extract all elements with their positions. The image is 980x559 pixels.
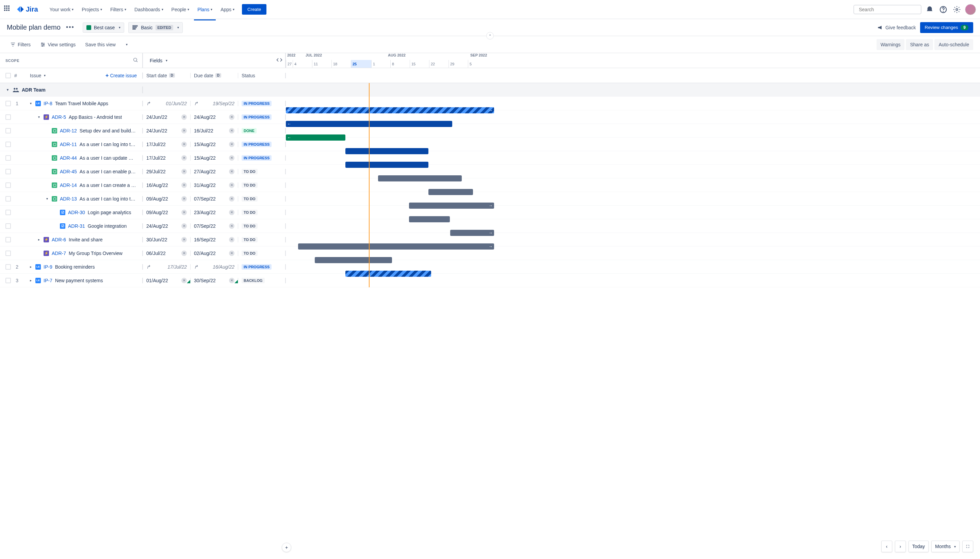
start-date-cell[interactable]: 24/Jun/22✕ (143, 114, 191, 120)
start-date-cell[interactable]: 06/Jul/22✕ (143, 251, 191, 256)
clear-icon[interactable]: ✕ (181, 251, 187, 256)
due-date-cell[interactable]: ↱16/Aug/22 (191, 264, 238, 270)
due-date-cell[interactable]: 15/Aug/22✕ (191, 142, 238, 147)
issue-key[interactable]: IP-9 (44, 264, 53, 270)
view-settings-button[interactable]: View settings (37, 40, 79, 50)
due-date-cell[interactable]: 15/Aug/22✕ (191, 155, 238, 161)
due-date-cell[interactable]: 07/Sep/22✕ (191, 196, 238, 202)
expand-icon[interactable]: ▾ (37, 115, 41, 119)
start-date-cell[interactable]: 24/Jun/22✕ (143, 128, 191, 134)
due-date-cell[interactable]: ↱19/Sep/22 (191, 101, 238, 106)
save-view-button[interactable]: Save this view (82, 40, 119, 50)
timeline-bar[interactable]: → (409, 203, 494, 209)
issue-row[interactable]: 1▾LEIP-8Team Travel Mobile Apps ↱01/Jun/… (0, 97, 980, 110)
issue-key[interactable]: ADR-30 (68, 210, 85, 215)
timeline-bar[interactable]: ← (286, 134, 345, 141)
expand-icon[interactable]: ▾ (5, 88, 10, 92)
start-date-cell[interactable]: ↱17/Jul/22 (143, 264, 191, 270)
filters-button[interactable]: Filters (7, 40, 34, 50)
start-date-cell[interactable]: 17/Jul/22✕ (143, 142, 191, 147)
issue-key[interactable]: ADR-5 (52, 114, 66, 120)
scope-search-icon[interactable] (133, 57, 138, 64)
due-date-cell[interactable]: 23/Aug/22✕ (191, 210, 238, 215)
expand-icon[interactable]: ▾ (45, 197, 49, 200)
due-date-cell[interactable]: 24/Aug/22✕ (191, 114, 238, 120)
expand-icon[interactable]: ▾ (28, 101, 33, 105)
start-date-cell[interactable]: 09/Aug/22✕ (143, 210, 191, 215)
row-checkbox[interactable] (5, 101, 11, 106)
clear-icon[interactable]: ✕ (181, 196, 187, 202)
help-icon[interactable] (938, 4, 949, 15)
start-date-cell[interactable]: 30/Jun/22✕ (143, 237, 191, 242)
start-date-cell[interactable]: 17/Jul/22✕ (143, 155, 191, 161)
auto-schedule-button[interactable]: Auto-schedule (934, 39, 973, 50)
settings-icon[interactable] (952, 4, 962, 15)
clear-icon[interactable]: ✕ (181, 237, 187, 242)
issue-row[interactable]: ▢ADR-45As a user I can enable push ... 2… (0, 165, 980, 179)
clear-icon[interactable]: ✕ (229, 237, 234, 242)
clear-icon[interactable]: ✕ (229, 128, 234, 134)
expand-icon[interactable]: ▸ (37, 238, 41, 241)
status-cell[interactable]: TO DO (238, 237, 285, 242)
row-checkbox[interactable] (5, 155, 11, 161)
collapse-columns-icon[interactable] (276, 58, 282, 63)
row-checkbox[interactable] (5, 128, 11, 134)
issue-key[interactable]: ADR-7 (52, 251, 66, 256)
issue-key[interactable]: ADR-31 (68, 223, 85, 229)
row-checkbox[interactable] (5, 251, 11, 256)
issue-row[interactable]: ▢ADR-11As a user I can log into the s...… (0, 137, 980, 151)
search-input[interactable] (859, 7, 918, 12)
give-feedback-link[interactable]: Give feedback (877, 25, 916, 31)
app-switcher-icon[interactable] (4, 5, 12, 13)
nav-item-filters[interactable]: Filters▾ (107, 4, 130, 15)
hierarchy-selector[interactable]: Basic EDITED ▾ (128, 22, 183, 33)
collapse-header-handle[interactable]: ⌃ (486, 32, 494, 40)
clear-icon[interactable]: ✕ (229, 223, 234, 229)
due-date-cell[interactable]: 07/Sep/22✕ (191, 223, 238, 229)
status-header[interactable]: Status (238, 73, 285, 78)
status-cell[interactable]: TO DO (238, 169, 285, 174)
status-cell[interactable]: TO DO (238, 210, 285, 215)
row-checkbox[interactable] (5, 196, 11, 202)
timeline-bar[interactable]: → (298, 243, 494, 250)
due-date-cell[interactable]: 16/Sep/22✕ (191, 237, 238, 242)
issue-row[interactable]: ▢ADR-44As a user I can update my lo... 1… (0, 151, 980, 165)
clear-icon[interactable]: ✕ (229, 114, 234, 120)
timeline-bar[interactable] (428, 189, 473, 195)
clear-icon[interactable]: ✕ (229, 278, 234, 283)
timeline-bar[interactable] (345, 271, 431, 277)
clear-icon[interactable]: ✕ (229, 142, 234, 147)
share-as-button[interactable]: Share as (906, 39, 933, 50)
expand-icon[interactable]: ▸ (28, 265, 33, 269)
issue-row[interactable]: ▢ADR-14As a user I can create a cust... … (0, 179, 980, 192)
nav-item-people[interactable]: People▾ (168, 4, 193, 15)
create-issue-button[interactable]: + Create issue (106, 73, 137, 79)
due-date-cell[interactable]: 31/Aug/22✕ (191, 182, 238, 188)
issue-key[interactable]: ADR-44 (60, 155, 77, 161)
due-date-cell[interactable]: 30/Sep/22✕ (191, 278, 238, 283)
start-date-cell[interactable]: 29/Jul/22✕ (143, 169, 191, 174)
select-all-checkbox[interactable] (5, 73, 11, 78)
clear-icon[interactable]: ✕ (181, 155, 187, 161)
start-date-cell[interactable]: 09/Aug/22✕ (143, 196, 191, 202)
issue-key[interactable]: ADR-11 (60, 142, 77, 147)
row-checkbox[interactable] (5, 278, 11, 283)
start-date-cell[interactable]: 01/Aug/22✕ (143, 278, 191, 283)
status-cell[interactable]: BACKLOG (238, 278, 285, 283)
nav-item-plans[interactable]: Plans▾ (194, 4, 216, 15)
nav-item-dashboards[interactable]: Dashboards▾ (131, 4, 167, 15)
timeline-bar[interactable]: ←→ (286, 107, 494, 113)
status-cell[interactable]: TO DO (238, 182, 285, 188)
issue-key[interactable]: ADR-14 (60, 182, 77, 188)
row-checkbox[interactable] (5, 264, 11, 270)
issue-key[interactable]: ADR-45 (60, 169, 77, 174)
scenario-selector[interactable]: Best case ▾ (82, 23, 124, 33)
clear-icon[interactable]: ✕ (229, 169, 234, 174)
warnings-button[interactable]: Warnings (876, 39, 905, 50)
clear-icon[interactable]: ✕ (181, 182, 187, 188)
due-date-cell[interactable]: 27/Aug/22✕ (191, 169, 238, 174)
issue-column-header[interactable]: Issue ▾ (30, 73, 46, 78)
status-cell[interactable]: IN PROGRESS (238, 101, 285, 106)
search-box[interactable] (853, 5, 921, 14)
clear-icon[interactable]: ✕ (181, 142, 187, 147)
